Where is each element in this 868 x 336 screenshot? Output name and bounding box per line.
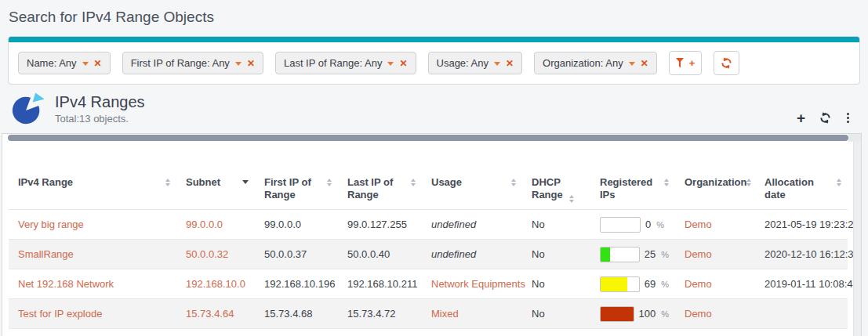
sort-icon[interactable] (165, 179, 170, 186)
column-header-registered-ips[interactable]: Registered IPs (590, 142, 675, 210)
column-header-box: DHCP Range (532, 176, 584, 203)
sort-icon[interactable] (837, 179, 841, 186)
refresh-search-button[interactable] (714, 51, 739, 75)
sort-icon[interactable] (411, 179, 416, 186)
sort-up-arrow (411, 179, 416, 182)
registered-ips-cell: 100% (590, 299, 675, 329)
remove-filter-icon[interactable]: ✕ (94, 59, 102, 68)
column-header-subnet[interactable]: Subnet (176, 142, 255, 210)
dhcp-range-cell: No (522, 269, 590, 299)
last-ip-value: 50.0.0.40 (347, 248, 390, 260)
table-row[interactable]: DHCP - 10.55.2.010.55.2.010.55.2.12910.5… (9, 329, 848, 336)
table-row[interactable]: SmallRange50.0.0.3250.0.0.3750.0.0.40und… (9, 240, 848, 269)
remove-filter-icon[interactable]: ✕ (506, 59, 514, 68)
add-filter-button[interactable]: + (669, 51, 703, 75)
column-header-organization[interactable]: Organization (675, 142, 755, 210)
sort-up-arrow (746, 179, 751, 182)
sort-down-arrow (411, 183, 416, 186)
last-ip-value: 99.0.127.255 (347, 219, 407, 230)
organization-cell: Demo (675, 329, 755, 336)
organization-link[interactable]: Demo (685, 248, 712, 260)
remove-filter-icon[interactable]: ✕ (247, 59, 255, 68)
usage-link[interactable]: Mixed (431, 308, 459, 320)
add-filter-icon (676, 58, 687, 69)
scrollbar-thumb[interactable] (8, 135, 848, 141)
add-icon[interactable]: + (797, 110, 805, 125)
plus-glyph: + (689, 57, 695, 69)
ipv4-range-link[interactable]: Test for IP explode (18, 308, 102, 320)
kebab-menu-icon[interactable] (845, 111, 851, 125)
table-row[interactable]: Test for IP explode15.73.4.6415.73.4.681… (9, 299, 848, 329)
usage-bar (600, 247, 640, 262)
subnet-link[interactable]: 50.0.0.32 (186, 248, 228, 260)
allocation-date-value: 2021-05-19 19:23:28 (764, 219, 859, 230)
filter-chip-last-ip-of-range[interactable]: Last IP of Range: Any✕ (275, 52, 416, 74)
subnet-link[interactable]: 15.73.4.64 (186, 308, 234, 320)
sort-icon[interactable] (511, 179, 516, 186)
column-label: Allocation date (764, 176, 837, 201)
scrollbar-track (848, 134, 861, 142)
sort-icon[interactable] (327, 179, 332, 186)
refresh-icon[interactable] (819, 112, 831, 124)
sort-up-arrow (511, 179, 516, 182)
filter-chip-usage[interactable]: Usage: Any✕ (428, 52, 523, 74)
remove-filter-icon[interactable]: ✕ (399, 59, 407, 68)
chevron-down-icon[interactable] (235, 62, 242, 66)
usage-gauge: 0% (600, 217, 669, 233)
horizontal-scrollbar[interactable] (2, 134, 861, 142)
remove-filter-icon[interactable]: ✕ (641, 59, 648, 68)
organization-cell: Demo (675, 269, 755, 299)
filter-chip-label: Last IP of Range: Any (284, 57, 383, 69)
sort-icon[interactable] (746, 179, 751, 186)
column-header-dhcp-range[interactable]: DHCP Range (522, 142, 590, 210)
organization-cell: Demo (675, 240, 755, 269)
usage-cell: undefined (422, 240, 522, 269)
usage-percent: 100 (639, 308, 656, 320)
allocation-date-value: 2019-01-11 10:08:47 (764, 278, 859, 290)
filter-panel: Name: Any✕First IP of Range: Any✕Last IP… (8, 36, 860, 85)
refresh-icon (721, 57, 732, 69)
ipv4-range-cell: DHCP - 10.55.2.0 (9, 329, 176, 336)
last-ip-cell: 50.0.0.40 (338, 240, 422, 269)
chevron-down-icon[interactable] (629, 62, 635, 66)
vertical-scrollbar[interactable] (853, 142, 861, 336)
percent-sign: % (661, 250, 669, 259)
ipv4-range-link[interactable]: Very big range (18, 219, 84, 230)
dhcp-range-cell: No (522, 210, 590, 240)
sort-icon[interactable] (664, 179, 669, 186)
column-header-first-ip-of-range[interactable]: First IP of Range (255, 142, 338, 210)
ipv4-ranges-table: IPv4 RangeSubnetFirst IP of RangeLast IP… (9, 142, 848, 336)
table-body: Very big range99.0.0.099.0.0.099.0.127.2… (9, 210, 848, 336)
sort-icon[interactable] (569, 195, 574, 203)
usage-value: undefined (431, 219, 476, 230)
ipv4-range-link[interactable]: Net 192.168 Network (18, 278, 114, 290)
table-row[interactable]: Very big range99.0.0.099.0.0.099.0.127.2… (9, 210, 848, 240)
chevron-down-icon[interactable] (82, 62, 89, 66)
sort-desc-icon[interactable] (242, 180, 249, 184)
usage-value: undefined (431, 248, 476, 260)
usage-link[interactable]: Network Equipments (431, 278, 525, 290)
chevron-down-icon[interactable] (494, 62, 500, 66)
column-header-usage[interactable]: Usage (422, 142, 522, 210)
subnet-link[interactable]: 192.168.10.0 (186, 278, 245, 290)
ipv4-range-link[interactable]: SmallRange (18, 248, 74, 260)
column-header-last-ip-of-range[interactable]: Last IP of Range (338, 142, 422, 210)
column-header-box: Registered IPs (600, 176, 669, 201)
filter-chip-first-ip-of-range[interactable]: First IP of Range: Any✕ (122, 52, 263, 74)
filter-chip-name[interactable]: Name: Any✕ (18, 52, 111, 74)
table-row[interactable]: Net 192.168 Network192.168.10.0192.168.1… (9, 269, 848, 299)
column-header-box: Usage (431, 176, 516, 189)
organization-link[interactable]: Demo (685, 278, 712, 290)
filter-chip-organization[interactable]: Organization: Any✕ (534, 52, 657, 74)
first-ip-value: 192.168.10.196 (264, 278, 335, 290)
usage-gauge: 25% (600, 247, 669, 262)
organization-link[interactable]: Demo (685, 308, 712, 320)
column-label: Last IP of Range (347, 176, 411, 201)
organization-link[interactable]: Demo (685, 219, 712, 230)
column-header-allocation-date[interactable]: Allocation date (755, 142, 848, 210)
sort-up-arrow (569, 195, 574, 198)
page-title: Search for IPv4 Range Objects (9, 9, 868, 26)
column-header-ipv4-range[interactable]: IPv4 Range (9, 142, 176, 210)
chevron-down-icon[interactable] (387, 62, 394, 66)
subnet-link[interactable]: 99.0.0.0 (186, 219, 223, 230)
